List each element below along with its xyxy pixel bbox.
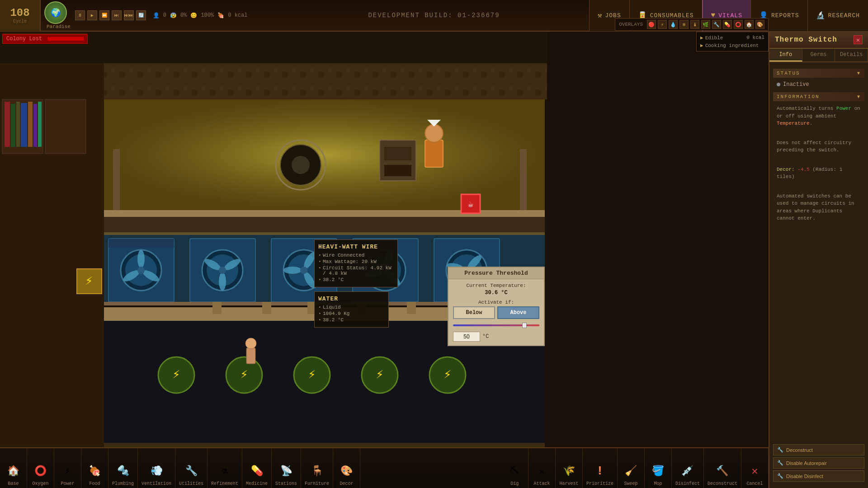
svg-point-27 xyxy=(137,267,145,274)
loop-button[interactable]: 🔄 xyxy=(136,10,146,20)
water-item-2: 1004.9 Kg xyxy=(318,311,385,316)
disable-autorepair-button[interactable]: 🔧 Disable Autorepair xyxy=(773,457,864,469)
fastest-button[interactable]: ⏭⏭ xyxy=(124,10,134,20)
svg-rect-0 xyxy=(0,63,547,447)
svg-rect-9 xyxy=(33,104,37,147)
food-info-overlay: ▶Edible 0 kcal ▶Cooking ingredient xyxy=(696,32,769,52)
action-harvest[interactable]: 🌾 Harvest xyxy=(556,448,583,488)
people-icon: 👤 xyxy=(153,12,160,19)
close-panel-button[interactable]: ✕ xyxy=(854,35,863,44)
decor-label: Decor: xyxy=(777,167,795,172)
medicine-label: Medicine xyxy=(246,481,268,486)
action-oxygen[interactable]: ⭕ Oxygen xyxy=(27,448,54,488)
overlays-label: OVERLAYS xyxy=(619,22,643,27)
action-furniture[interactable]: 🪑 Furniture xyxy=(301,448,333,488)
overlay-room[interactable]: 🏠 xyxy=(745,20,754,29)
overlay-plant[interactable]: 🌿 xyxy=(701,20,710,29)
heavi-watt-tooltip: HEAVI-WATT WIRE Wire Connected Max Watta… xyxy=(314,239,398,287)
overlay-build[interactable]: 🔧 xyxy=(712,20,721,29)
info-text-2: Does not affect circuitry preceding the … xyxy=(773,137,864,156)
playback-controls[interactable]: ⏸ ▶ ⏩ ⏭ ⏭⏭ 🔄 xyxy=(75,10,146,20)
temperature-link[interactable]: Temperature xyxy=(777,121,810,126)
overlay-power[interactable]: ⚡ xyxy=(658,20,667,29)
edible-arrow: ▶ xyxy=(700,35,703,41)
below-button[interactable]: Below xyxy=(453,306,495,319)
deconstruct-button[interactable]: 🔧 Deconstruct xyxy=(773,444,864,455)
action-refinement[interactable]: ⚗ Refinement xyxy=(208,448,242,488)
water-title: WATER xyxy=(318,296,385,302)
action-cancel[interactable]: ✕ Cancel xyxy=(741,448,769,488)
edible-row[interactable]: ▶Edible 0 kcal xyxy=(700,34,764,42)
action-mop[interactable]: 🪣 Mop xyxy=(645,448,672,488)
game-world: ⚡ ⚡ ⚡ ⚡ ⚡ ⚡ ☕ xyxy=(0,32,547,447)
action-base[interactable]: 🏠 Base xyxy=(0,448,27,488)
overlay-freeze[interactable]: ❄ xyxy=(679,20,689,29)
threshold-slider[interactable] xyxy=(453,323,539,328)
fast-forward-button[interactable]: ⏩ xyxy=(99,10,109,20)
faster-button[interactable]: ⏭ xyxy=(112,10,122,20)
overlay-med[interactable]: 💊 xyxy=(723,20,732,29)
svg-rect-85 xyxy=(104,443,545,447)
action-utilities[interactable]: 🔧 Utilities xyxy=(175,448,208,488)
panel-title: Thermo Switch xyxy=(775,36,837,44)
overlay-water[interactable]: 💧 xyxy=(669,20,678,29)
threshold-input[interactable] xyxy=(453,332,480,342)
play-button[interactable]: ▶ xyxy=(87,10,97,20)
research-label: RESEARCH xyxy=(828,12,860,19)
overlay-oxygen[interactable]: ⭕ xyxy=(734,20,743,29)
information-section-header: INFORMATION xyxy=(773,92,864,101)
action-disinfect[interactable]: 💉 Disinfect xyxy=(672,448,704,488)
panel-header: Thermo Switch ✕ xyxy=(769,32,868,49)
tab-info[interactable]: Info xyxy=(769,49,802,61)
status-text: Inactive xyxy=(783,81,809,88)
colony-lost-banner: Colony Lost xyxy=(2,34,88,44)
svg-text:⚡: ⚡ xyxy=(241,368,248,382)
overlay-fire[interactable]: 🔴 xyxy=(647,20,656,29)
svg-rect-63 xyxy=(212,302,222,320)
water-tooltip: WATER Liquid 1004.9 Kg 38.2 °C xyxy=(314,291,389,328)
action-prioritize[interactable]: ! Prioritize xyxy=(583,448,618,488)
disable-disinfect-icon: 🔧 xyxy=(777,473,783,479)
action-deconstruct[interactable]: 🔨 Deconstruct xyxy=(704,448,741,488)
action-food[interactable]: 🍖 Food xyxy=(81,448,108,488)
power-link[interactable]: Power xyxy=(836,106,851,111)
research-nav-button[interactable]: 🔬 RESEARCH xyxy=(807,0,868,31)
svg-point-34 xyxy=(203,257,222,272)
action-plumbing[interactable]: 🔩 Plumbing xyxy=(108,448,138,488)
svg-point-90 xyxy=(276,140,326,190)
svg-point-70 xyxy=(226,357,262,393)
food-label: Food xyxy=(89,481,100,486)
action-attack[interactable]: ⚔ Attack xyxy=(528,448,556,488)
dig-icon: ⛏ xyxy=(505,462,524,480)
oxygen-icon: ⭕ xyxy=(32,462,50,480)
cooking-row[interactable]: ▶Cooking ingredient xyxy=(700,42,764,49)
slider-thumb[interactable] xyxy=(522,323,527,328)
svg-point-24 xyxy=(137,250,145,268)
disable-disinfect-button[interactable]: 🔧 Disable Disinfect xyxy=(773,470,864,482)
action-medicine[interactable]: 💊 Medicine xyxy=(242,448,272,488)
svg-rect-94 xyxy=(384,147,411,160)
svg-point-22 xyxy=(121,250,161,291)
svg-rect-6 xyxy=(16,102,20,147)
overlay-temp[interactable]: 🌡 xyxy=(690,20,699,29)
action-power[interactable]: ⚡ Power xyxy=(54,448,81,488)
above-button[interactable]: Above xyxy=(497,306,539,319)
overlay-decor[interactable]: 🎨 xyxy=(755,20,764,29)
action-stations[interactable]: 📡 Stations xyxy=(272,448,301,488)
svg-rect-10 xyxy=(38,102,42,147)
oxygen-label: Oxygen xyxy=(32,481,48,486)
svg-rect-88 xyxy=(113,149,120,210)
svg-text:⚡: ⚡ xyxy=(444,368,452,382)
dig-label: Dig xyxy=(510,481,519,486)
action-decor[interactable]: 🎨 Decor xyxy=(333,448,360,488)
action-dig[interactable]: ⛏ Dig xyxy=(501,448,528,488)
cycle-display: 108 Cycle xyxy=(0,0,41,31)
tab-germs[interactable]: Germs xyxy=(802,49,835,61)
water-item-3: 38.2 °C xyxy=(318,317,385,323)
action-ventilation[interactable]: 💨 Ventilation xyxy=(138,448,175,488)
deconstruct-bottom-icon: 🔨 xyxy=(713,462,731,480)
action-sweep[interactable]: 🧹 Sweep xyxy=(618,448,645,488)
pressure-threshold-popup: Pressure Threshold Current Temperature: … xyxy=(448,267,545,346)
pause-button[interactable]: ⏸ xyxy=(75,10,85,20)
tab-details[interactable]: Details xyxy=(835,49,868,61)
